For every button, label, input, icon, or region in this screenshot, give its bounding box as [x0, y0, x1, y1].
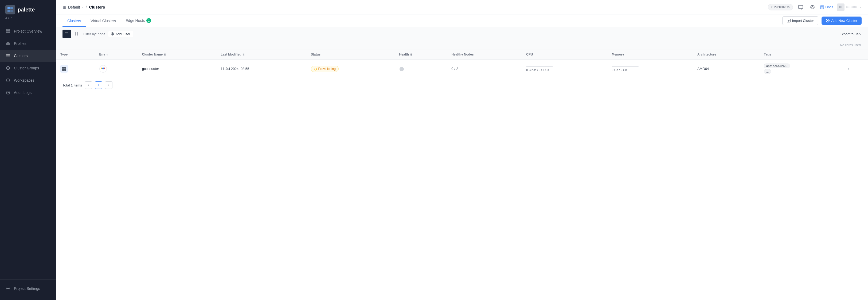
usage-badge: 0.29/100kCh: [768, 4, 793, 10]
sidebar-item-audit-logs[interactable]: Audit Logs: [0, 87, 56, 99]
svg-rect-7: [8, 32, 10, 33]
cpu-bar: [526, 66, 553, 67]
svg-rect-39: [62, 67, 64, 69]
svg-rect-4: [6, 29, 8, 31]
svg-rect-31: [65, 33, 68, 33]
clusters-table: Type Env⇅ Cluster Name⇅ Last Modified⇅ S…: [56, 49, 868, 300]
target-icon-btn[interactable]: [808, 3, 816, 11]
svg-rect-25: [842, 6, 842, 7]
svg-rect-0: [7, 7, 10, 9]
import-cluster-button[interactable]: Import Cluster: [782, 16, 818, 25]
sidebar-item-workspaces[interactable]: Workspaces: [0, 74, 56, 87]
tags-container: app: hello-univ... ...: [764, 64, 839, 74]
breadcrumb-current: Clusters: [89, 5, 105, 9]
svg-rect-3: [10, 10, 13, 12]
col-architecture: Architecture: [693, 49, 760, 60]
status-text: Provisioning: [318, 67, 336, 71]
sidebar-item-label: Cluster Groups: [14, 66, 39, 70]
sidebar-item-clusters[interactable]: Clusters: [0, 49, 56, 62]
user-menu[interactable]: ••••••••••: [837, 3, 862, 11]
add-filter-label: Add Filter: [115, 32, 130, 36]
tabs: Clusters Virtual Clusters Edge Hosts 1: [62, 14, 156, 27]
col-last-modified[interactable]: Last Modified⇅: [216, 49, 306, 60]
table-row[interactable]: gcp-cluster 11 Jul 2024, 08:55 Provision…: [56, 60, 868, 78]
no-cores-banner: No cores used.: [56, 41, 868, 49]
svg-rect-1: [10, 7, 13, 9]
svg-rect-5: [8, 29, 10, 31]
topbar: ▦ Default / Clusters 0.29/100kCh Docs: [56, 0, 868, 14]
svg-rect-9: [6, 55, 10, 55]
last-modified-text: 11 Jul 2024, 08:55: [221, 67, 249, 71]
tag-chip: app: hello-univ...: [764, 64, 790, 68]
svg-rect-28: [842, 7, 842, 8]
col-env[interactable]: Env⇅: [95, 49, 138, 60]
cell-status: Provisioning: [307, 60, 395, 78]
sidebar-nav: Project Overview Profiles Clusters Clust…: [0, 24, 56, 279]
cpu-label: 0 CPUs / 0 CPUs: [526, 68, 603, 71]
cluster-groups-icon: [5, 65, 11, 71]
tab-virtual-clusters-label: Virtual Clusters: [91, 19, 116, 23]
topbar-right: 0.29/100kCh Docs ••••••••••: [768, 3, 862, 11]
cell-env: [95, 60, 138, 78]
svg-rect-27: [840, 7, 841, 8]
logo-icon: [5, 5, 15, 14]
tag-text: app: hello-univ...: [766, 64, 787, 68]
col-tags: Tags: [760, 49, 844, 60]
edge-hosts-badge: 1: [146, 18, 151, 23]
page-1-button[interactable]: 1: [95, 81, 102, 89]
svg-rect-23: [839, 6, 840, 7]
export-csv-button[interactable]: Export to CSV: [840, 32, 862, 36]
cluster-type-icon: [60, 65, 68, 73]
add-filter-button[interactable]: Add Filter: [108, 31, 133, 37]
clusters-icon: [5, 53, 11, 59]
svg-rect-10: [6, 56, 10, 56]
cell-tags: app: hello-univ... ...: [760, 60, 844, 78]
tab-clusters[interactable]: Clusters: [62, 15, 86, 27]
sidebar-item-profiles[interactable]: Profiles: [0, 37, 56, 49]
col-status: Status: [307, 49, 395, 60]
tabs-row: Clusters Virtual Clusters Edge Hosts 1 I…: [56, 14, 868, 27]
project-overview-icon: [5, 29, 11, 34]
add-new-cluster-button[interactable]: Add New Cluster: [822, 16, 862, 25]
tab-clusters-label: Clusters: [67, 19, 81, 23]
docs-label: Docs: [825, 5, 833, 9]
col-cluster-name[interactable]: Cluster Name⇅: [138, 49, 217, 60]
col-health[interactable]: Health⇅: [395, 49, 447, 60]
breadcrumb-default[interactable]: Default: [68, 5, 84, 9]
project-settings-icon: [5, 286, 11, 291]
audit-logs-icon: [5, 90, 11, 95]
grid-view-button[interactable]: [72, 30, 81, 38]
row-expand-icon[interactable]: ›: [848, 66, 849, 71]
tab-edge-hosts-label: Edge Hosts: [126, 19, 145, 23]
svg-rect-26: [839, 7, 840, 8]
sidebar-item-label: Workspaces: [14, 78, 34, 82]
sidebar-item-project-overview[interactable]: Project Overview: [0, 25, 56, 37]
prev-page-button[interactable]: ‹: [85, 81, 92, 89]
tab-virtual-clusters[interactable]: Virtual Clusters: [86, 15, 121, 27]
tabs-actions: Import Cluster Add New Cluster: [782, 16, 862, 25]
sidebar-item-cluster-groups[interactable]: Cluster Groups: [0, 62, 56, 74]
cell-memory: 0 Gb / 0 Gb: [608, 60, 693, 78]
cell-arrow[interactable]: ›: [844, 60, 868, 78]
breadcrumb: ▦ Default / Clusters: [62, 5, 765, 9]
filter-label: Filter by: none: [83, 32, 105, 36]
svg-rect-40: [64, 67, 66, 69]
col-memory: Memory: [608, 49, 693, 60]
default-label: Default: [68, 5, 80, 9]
sidebar-item-project-settings[interactable]: Project Settings: [0, 282, 56, 295]
add-label: Add New Cluster: [831, 19, 857, 23]
svg-rect-41: [62, 69, 64, 71]
cell-health: ⬤: [395, 60, 447, 78]
svg-rect-36: [75, 34, 76, 35]
list-view-button[interactable]: [62, 30, 71, 38]
sidebar-item-label: Audit Logs: [14, 91, 32, 95]
cell-cluster-name: gcp-cluster: [138, 60, 217, 78]
sidebar-version: 4.4.7: [0, 16, 56, 24]
breadcrumb-grid-icon: ▦: [62, 5, 66, 9]
next-page-button[interactable]: ›: [105, 81, 113, 89]
docs-link[interactable]: Docs: [820, 5, 833, 9]
chat-icon-btn[interactable]: [797, 3, 805, 11]
tab-edge-hosts[interactable]: Edge Hosts 1: [121, 14, 156, 27]
user-label: ••••••••••: [846, 5, 857, 9]
sidebar: palette 4.4.7 Project Overview Profiles …: [0, 0, 56, 300]
